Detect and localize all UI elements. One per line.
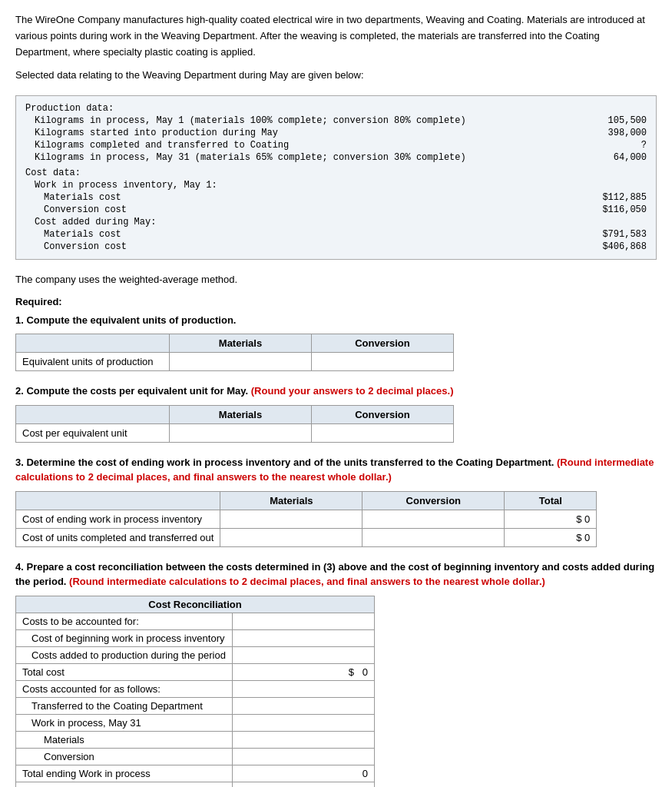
intro-paragraph1: The WireOne Company manufactures high-qu… bbox=[15, 12, 657, 60]
recon-costs-added-input[interactable] bbox=[239, 649, 368, 661]
q3-row1-materials-input[interactable] bbox=[227, 513, 356, 525]
prod-value-2: 398,000 bbox=[585, 128, 647, 138]
q3-col1-header: Materials bbox=[220, 491, 362, 510]
recon-wip-may31-label: Work in process, May 31 bbox=[16, 714, 233, 731]
cost-mat1-value: $112,885 bbox=[585, 192, 647, 203]
q4-header: 4. Prepare a cost reconciliation between… bbox=[15, 560, 657, 589]
q2-row1-label: Cost per equivalent unit bbox=[16, 423, 170, 442]
recon-transferred-input[interactable] bbox=[239, 700, 368, 712]
required-label: Required: bbox=[15, 294, 657, 310]
q3-row1-total-cell: $ 0 bbox=[505, 510, 597, 528]
production-title-row: Production data: bbox=[25, 102, 647, 115]
recon-row-conversion: Conversion bbox=[16, 748, 375, 765]
production-title: Production data: bbox=[25, 103, 585, 114]
q1-materials-input[interactable] bbox=[176, 356, 305, 367]
q3-row1-label: Cost of ending work in process inventory bbox=[16, 510, 220, 528]
prod-value-3: ? bbox=[585, 140, 647, 151]
q2-col0-header bbox=[16, 405, 170, 423]
q3-row2-total-cell: $ 0 bbox=[505, 528, 597, 546]
q3-text: Determine the cost of ending work in pro… bbox=[26, 457, 554, 468]
question1: 1. Compute the equivalent units of produ… bbox=[15, 313, 657, 372]
prod-label-1: Kilograms in process, May 1 (materials 1… bbox=[25, 115, 585, 126]
q1-row1: Equivalent units of production bbox=[16, 353, 454, 371]
recon-total-cost-bottom-label: Total cost bbox=[16, 782, 233, 787]
recon-transferred-label: Transferred to the Coating Department bbox=[16, 697, 233, 714]
recon-transferred-input-cell bbox=[232, 697, 374, 714]
cost-conv1-label: Conversion cost bbox=[25, 204, 585, 215]
q1-text: Compute the equivalent units of producti… bbox=[26, 314, 236, 326]
recon-total-ending-wip-label: Total ending Work in process bbox=[16, 765, 233, 782]
q2-table: Materials Conversion Cost per equivalent… bbox=[15, 405, 454, 443]
data-section: Production data: Kilograms in process, M… bbox=[15, 95, 657, 260]
q3-header: 3. Determine the cost of ending work in … bbox=[15, 455, 657, 485]
q2-materials-input-cell bbox=[170, 423, 312, 442]
q1-materials-input-cell bbox=[170, 353, 312, 371]
cost-conv2-value: $406,868 bbox=[585, 241, 647, 252]
recon-conversion-input[interactable] bbox=[239, 751, 368, 762]
cost-conv1-value: $116,050 bbox=[585, 204, 647, 215]
recon-total-cost-value: $ 0 bbox=[232, 663, 374, 680]
q1-conversion-input[interactable] bbox=[318, 356, 447, 367]
weighted-avg-text: The company uses the weighted-average me… bbox=[15, 272, 657, 287]
cost-sub1-value bbox=[585, 180, 647, 191]
q3-row1-mat-cell bbox=[220, 510, 362, 528]
q3-row1-conversion-input[interactable] bbox=[369, 513, 498, 525]
recon-total-value: 0 bbox=[362, 666, 368, 678]
recon-costs-added-label: Costs added to production during the per… bbox=[16, 646, 233, 663]
q1-row1-label: Equivalent units of production bbox=[16, 353, 170, 371]
q3-col2-header: Conversion bbox=[362, 491, 505, 510]
cost-sub2-value bbox=[585, 217, 647, 227]
prod-row-3: Kilograms completed and transferred to C… bbox=[25, 139, 647, 151]
q2-text: Compute the costs per equivalent unit fo… bbox=[26, 385, 248, 397]
q3-row2: Cost of units completed and transferred … bbox=[16, 528, 597, 546]
cost-sub1: Work in process inventory, May 1: bbox=[25, 180, 585, 191]
prod-label-3: Kilograms completed and transferred to C… bbox=[25, 140, 585, 151]
recon-accounted-header-input bbox=[232, 680, 374, 697]
q3-num: 3. bbox=[15, 457, 24, 468]
q2-materials-input[interactable] bbox=[176, 427, 305, 439]
q1-col2-header: Conversion bbox=[312, 334, 454, 353]
recon-total-dollar: $ bbox=[349, 666, 354, 678]
recon-wip-may31-input bbox=[232, 714, 374, 731]
recon-materials-label: Materials bbox=[16, 731, 233, 748]
recon-accounted-header-label: Costs accounted for as follows: bbox=[16, 680, 233, 697]
q3-col0-header bbox=[16, 491, 220, 510]
recon-row-transferred: Transferred to the Coating Department bbox=[16, 697, 375, 714]
recon-row-costs-added: Costs added to production during the per… bbox=[16, 646, 375, 663]
recon-costs-header-label: Costs to be accounted for: bbox=[16, 613, 233, 629]
cost-sub2: Cost added during May: bbox=[25, 217, 585, 227]
prod-row-1: Kilograms in process, May 1 (materials 1… bbox=[25, 115, 647, 127]
question3: 3. Determine the cost of ending work in … bbox=[15, 455, 657, 547]
q3-row2-label: Cost of units completed and transferred … bbox=[16, 528, 220, 546]
q3-row2-mat-cell bbox=[220, 528, 362, 546]
cost-title-row: Cost data: bbox=[25, 167, 647, 179]
q1-col0-header bbox=[16, 334, 170, 353]
q3-row1-conv-cell bbox=[362, 510, 505, 528]
q2-col1-header: Materials bbox=[170, 405, 312, 423]
recon-conversion-label: Conversion bbox=[16, 748, 233, 765]
q4-bold-text: (Round intermediate calculations to 2 de… bbox=[69, 576, 545, 587]
cost-mat2-value: $791,583 bbox=[585, 229, 647, 240]
recon-row-materials: Materials bbox=[16, 731, 375, 748]
recon-row-accounted-header: Costs accounted for as follows: bbox=[16, 680, 375, 697]
cost-conv1-row: Conversion cost $116,050 bbox=[25, 204, 647, 216]
q3-row1: Cost of ending work in process inventory… bbox=[16, 510, 597, 528]
q3-row2-materials-input[interactable] bbox=[227, 532, 356, 543]
question4: 4. Prepare a cost reconciliation between… bbox=[15, 560, 657, 787]
prod-value-1: 105,500 bbox=[585, 115, 647, 126]
recon-row-total-cost: Total cost $ 0 bbox=[16, 663, 375, 680]
q1-table: Materials Conversion Equivalent units of… bbox=[15, 334, 454, 371]
q4-num: 4. bbox=[15, 561, 24, 573]
recon-materials-input[interactable] bbox=[239, 734, 368, 745]
question2: 2. Compute the costs per equivalent unit… bbox=[15, 384, 657, 443]
q2-conversion-input[interactable] bbox=[318, 427, 447, 439]
q2-row1: Cost per equivalent unit bbox=[16, 423, 454, 442]
recon-total-cost-bottom-value: $ 0 bbox=[232, 782, 374, 787]
recon-row-total-cost-bottom: Total cost $ 0 bbox=[16, 782, 375, 787]
recon-costs-header-input bbox=[232, 613, 374, 629]
recon-beg-wip-input[interactable] bbox=[239, 633, 368, 644]
recon-beg-wip-input-cell bbox=[232, 629, 374, 646]
recon-title: Cost Reconciliation bbox=[16, 596, 375, 613]
recon-total-ending-wip-value: 0 bbox=[232, 765, 374, 782]
q3-row2-conversion-input[interactable] bbox=[369, 532, 498, 543]
